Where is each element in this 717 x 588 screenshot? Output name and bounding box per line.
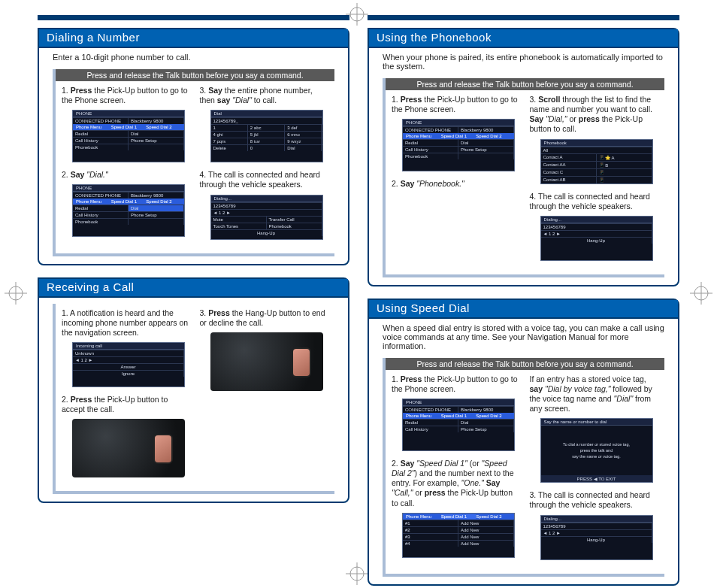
step-2: 2. Press the Pick-Up button to accept th… [62,395,191,414]
crop-mark-right [690,282,712,305]
step-4: 4. The call is connected and heard throu… [200,170,329,189]
top-rule [368,15,679,20]
step-2: 2. Say "Speed Dial 1" (or "Speed Dial 2"… [392,459,521,508]
phone-screen-sd: PHONE CONNECTED PHONEBlackberry 9800 Pho… [402,399,515,451]
speed-dial-screen: Phone MenuSpeed Dial 1Speed Dial 2 #1Add… [402,513,515,558]
incoming-screen: Incoming call Unknown ◄ 1 2 ► Answer Ign… [72,342,185,387]
voice-tag-screen: Say the name or number to dial To dial a… [540,418,653,483]
step-3: 3. Say the entire phone number, then say… [200,86,329,105]
phone-screen-2: PHONE CONNECTED PHONEBlackberry 9800 Pho… [72,184,185,237]
top-rule [38,15,349,20]
step-3: 3. Press the Hang-Up button to end or de… [200,308,329,328]
step-1: 1. Press the Pick-Up button to go to the… [62,86,191,105]
page-left: Dialing a Number Enter a 10-digit phone … [38,15,349,588]
step-1: 1. Press the Pick-Up button to go to the… [392,374,521,394]
dialing-screen: Dialing... 123456789 ◄ 1 2 ► MuteTransfe… [210,195,323,240]
dialing-screen-sd: Dialing... 123456789 ◄ 1 2 ► Hang-Up [540,515,653,560]
step-2: 2. Say "Phonebook." [392,179,521,189]
crop-mark-left [5,282,27,305]
voice-tag-info: If an entry has a stored voice tag, say … [530,374,659,414]
section-intro: When a speed dial entry is stored with a… [369,319,678,355]
section-phonebook: Using the Phonebook When your phone is p… [368,28,679,286]
steering-image-hangup [210,332,323,391]
section-intro: When your phone is paired, its entire ph… [369,48,678,75]
dialing-screen-pb: Dialing... 123456789 ◄ 1 2 ► Hang-Up [540,216,653,261]
step-1: 1. A notification is heard and the incom… [62,308,191,338]
steering-image-pickup [72,419,185,477]
instruction-bar: Press and release the Talk button before… [386,358,664,370]
instruction-bar: Press and release the Talk button before… [386,78,664,90]
section-title: Receiving a Call [39,279,348,298]
section-title: Dialing a Number [39,29,348,48]
section-dialing: Dialing a Number Enter a 10-digit phone … [38,28,349,265]
instruction-bar: Press and release the Talk button before… [56,69,334,81]
phone-screen: PHONE CONNECTED PHONEBlackberry 9800 Pho… [402,119,515,171]
section-title: Using Speed Dial [369,300,678,319]
section-title: Using the Phonebook [369,29,678,48]
step-3: 3. The call is connected and heard throu… [530,490,659,510]
section-intro: Enter a 10-digit phone number to call. [39,48,348,66]
step-2: 2. Say "Dial." [62,170,191,180]
dial-screen: Dial 123456789_ 12 abc3 def 4 ghi5 jkl6 … [210,110,323,162]
section-speed-dial: Using Speed Dial When a speed dial entry… [368,299,679,586]
step-4: 4. The call is connected and heard throu… [530,192,659,211]
phonebook-screen: Phonebook All Contact A📱 ⭐ A Contact AA📱… [540,139,653,184]
step-1: 1. Press the Pick-Up button to go to the… [392,95,521,114]
section-receiving: Receiving a Call 1. A notification is he… [38,277,349,504]
page-right: Using the Phonebook When your phone is p… [368,15,679,588]
phone-screen-1: PHONE CONNECTED PHONEBlackberry 9800 Pho… [72,110,185,162]
step-3: 3. Scroll through the list to find the n… [530,95,659,135]
